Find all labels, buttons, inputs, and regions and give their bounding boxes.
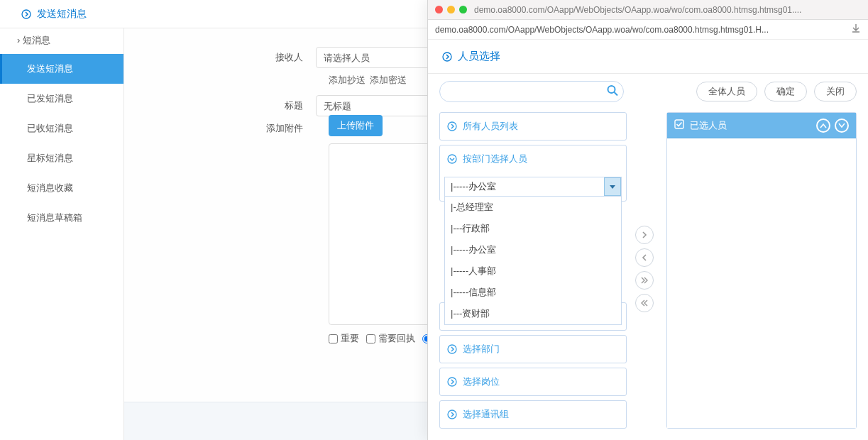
all-people-button[interactable]: 全体人员 <box>696 82 757 101</box>
dept-option[interactable]: |-----信息部 <box>445 282 621 303</box>
dept-option[interactable]: |-----人事部 <box>445 260 621 282</box>
svg-point-7 <box>448 345 456 353</box>
close-button[interactable]: 关闭 <box>814 82 857 101</box>
window-titlebar: demo.oa8000.com/OAapp/WebObjects/OAapp.w… <box>428 0 868 20</box>
download-icon[interactable] <box>851 23 861 35</box>
svg-rect-10 <box>675 120 683 128</box>
chevron-right-icon <box>447 344 457 354</box>
svg-point-5 <box>448 155 456 163</box>
svg-line-3 <box>615 92 618 96</box>
window-title: demo.oa8000.com/OAapp/WebObjects/OAapp.w… <box>474 5 861 15</box>
chevron-right-icon <box>442 52 452 62</box>
sidebar-item-sent[interactable]: 已发短消息 <box>0 84 123 114</box>
dept-option[interactable]: |-总经理室 <box>445 197 621 218</box>
chevron-right-icon <box>447 377 457 387</box>
svg-point-1 <box>443 53 451 61</box>
upload-button[interactable]: 上传附件 <box>329 115 383 136</box>
selected-header: 已选人员 <box>667 113 856 138</box>
sidebar-item-received[interactable]: 已收短消息 <box>0 114 123 143</box>
svg-point-8 <box>448 378 456 386</box>
close-icon[interactable] <box>435 6 443 13</box>
svg-point-4 <box>448 122 456 131</box>
move-all-left-button[interactable] <box>635 294 654 312</box>
move-all-right-button[interactable] <box>635 271 654 290</box>
move-up-button[interactable] <box>816 119 830 133</box>
add-bcc-link[interactable]: 添加密送 <box>370 75 407 85</box>
svg-point-9 <box>448 410 456 419</box>
important-checkbox[interactable]: 重要 <box>329 332 359 345</box>
chevron-right-icon <box>447 409 457 419</box>
title-label: 标题 <box>124 99 316 112</box>
maximize-icon[interactable] <box>459 6 467 13</box>
panel-by-dept[interactable]: 按部门选择人员 <box>440 145 626 172</box>
page-title: 发送短消息 <box>37 8 87 21</box>
add-cc-link[interactable]: 添加抄送 <box>329 75 366 85</box>
dept-selected-value: |-----办公室 <box>451 180 496 193</box>
recipient-label: 接收人 <box>124 51 316 64</box>
receipt-checkbox[interactable]: 需要回执 <box>366 332 415 345</box>
dept-option[interactable]: |---资财部 <box>445 303 621 324</box>
panel-all-people[interactable]: 所有人员列表 <box>440 113 626 140</box>
move-right-button[interactable] <box>635 226 654 244</box>
dropdown-caret-icon[interactable] <box>604 177 621 196</box>
dept-option[interactable]: |---行政部 <box>445 218 621 239</box>
move-left-button[interactable] <box>635 248 654 267</box>
person-picker-window: demo.oa8000.com/OAapp/WebObjects/OAapp.w… <box>427 0 868 440</box>
svg-point-2 <box>608 86 615 93</box>
sidebar-item-send[interactable]: 发送短消息 <box>0 54 123 84</box>
move-down-button[interactable] <box>835 119 849 133</box>
svg-point-0 <box>22 10 31 18</box>
sidebar-item-fav[interactable]: 短消息收藏 <box>0 173 123 203</box>
selected-title: 已选人员 <box>690 119 727 132</box>
popup-title: 人员选择 <box>458 50 500 63</box>
ok-button[interactable]: 确定 <box>764 82 807 101</box>
sidebar-title: › 短消息 <box>0 28 123 54</box>
panel-choose-dept[interactable]: 选择部门 <box>440 336 626 363</box>
address-bar: demo.oa8000.com/OAapp/WebObjects/OAapp.w… <box>435 25 851 35</box>
chevron-down-icon <box>447 154 457 164</box>
selected-list <box>667 138 856 428</box>
dept-select[interactable]: |-----办公室 <box>444 177 622 197</box>
minimize-icon[interactable] <box>447 6 455 13</box>
panel-choose-post[interactable]: 选择岗位 <box>440 368 626 395</box>
dept-option[interactable]: |-----办公室 <box>445 239 621 260</box>
dept-dropdown-list: |-总经理室 |---行政部 |-----办公室 |-----人事部 |----… <box>444 197 622 325</box>
sidebar-item-starred[interactable]: 星标短消息 <box>0 143 123 173</box>
chevron-right-icon <box>447 121 457 131</box>
chevron-right-icon <box>21 9 31 19</box>
search-input[interactable] <box>439 81 624 102</box>
check-icon <box>674 119 684 131</box>
sidebar-item-draft[interactable]: 短消息草稿箱 <box>0 203 123 233</box>
sidebar: › 短消息 发送短消息 已发短消息 已收短消息 星标短消息 短消息收藏 短消息草… <box>0 28 124 440</box>
popup-header: 人员选择 <box>428 40 868 74</box>
panel-choose-group[interactable]: 选择通讯组 <box>440 401 626 428</box>
search-icon[interactable] <box>607 85 618 99</box>
